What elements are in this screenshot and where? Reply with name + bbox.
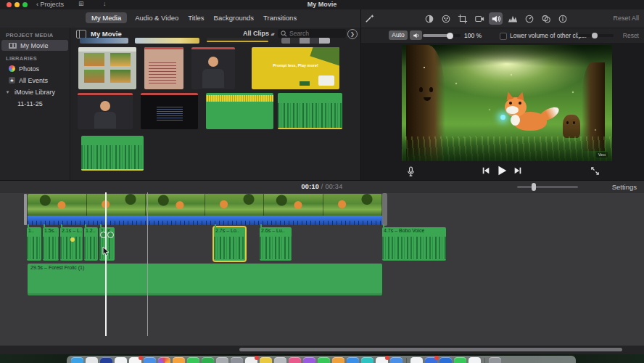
dock-icon-app[interactable] xyxy=(390,357,402,363)
media-thumbnail-talking-head[interactable] xyxy=(78,93,133,129)
timeline-zoom-knob[interactable] xyxy=(532,183,536,191)
media-thumbnail-audio-clip[interactable] xyxy=(206,93,273,129)
media-thumbnail-audio-clip[interactable] xyxy=(278,93,342,129)
dock-icon-app[interactable] xyxy=(187,357,199,363)
playhead[interactable] xyxy=(105,192,107,336)
fade-handle[interactable] xyxy=(107,232,114,238)
media-thumbnail[interactable] xyxy=(80,38,128,44)
tab-titles[interactable]: Titles xyxy=(186,12,205,23)
color-correction-icon[interactable] xyxy=(439,12,453,25)
audio-clip[interactable]: 2.6s – Lu.. xyxy=(260,227,292,261)
horizontal-scrollbar[interactable] xyxy=(239,348,622,351)
dock-icon-finder[interactable] xyxy=(71,357,83,363)
dock-icon-app[interactable] xyxy=(274,357,286,363)
stabilization-icon[interactable] xyxy=(472,12,486,25)
video-frame[interactable] xyxy=(323,194,383,216)
speed-icon[interactable] xyxy=(522,12,536,25)
minimize-window-button[interactable] xyxy=(15,2,20,7)
tab-audio-video[interactable]: Audio & Video xyxy=(133,12,180,23)
timeline[interactable]: 29.5s – Forest Frolic (1) 1..1.5s..2.1s … xyxy=(0,193,644,346)
dock-icon-app[interactable] xyxy=(318,357,330,363)
reset-button[interactable]: Reset xyxy=(623,32,639,39)
media-thumbnail[interactable] xyxy=(281,38,330,44)
mute-button[interactable] xyxy=(410,30,422,40)
dock-icon-app[interactable] xyxy=(332,357,344,363)
info-icon[interactable] xyxy=(556,12,569,25)
tab-backgrounds[interactable]: Backgrounds xyxy=(212,12,255,23)
ducking-slider[interactable] xyxy=(577,34,614,37)
crop-icon[interactable] xyxy=(455,12,469,25)
dock-icon-app[interactable] xyxy=(425,357,437,363)
microphone-icon[interactable] xyxy=(406,166,416,177)
sidebar-item-event-date[interactable]: 11-11-25 xyxy=(1,98,68,109)
media-thumbnail-document[interactable] xyxy=(144,47,183,89)
auto-volume-button[interactable]: Auto xyxy=(389,30,408,40)
search-input[interactable] xyxy=(278,29,346,38)
video-frame[interactable] xyxy=(28,194,87,216)
audio-clip[interactable]: 1.. xyxy=(27,227,41,261)
dock-icon-app[interactable] xyxy=(361,357,373,363)
disclosure-chevron-icon[interactable]: ▾ xyxy=(4,89,11,95)
dock-icon-app[interactable] xyxy=(260,357,272,363)
audio-clip[interactable]: 1.5s.. xyxy=(43,227,59,261)
import-media-icon[interactable]: ⊞ xyxy=(78,0,84,7)
dock-icon-app[interactable] xyxy=(173,357,185,363)
dock-icon-app[interactable] xyxy=(347,357,359,363)
media-thumbnail-terminal[interactable] xyxy=(141,93,198,129)
media-thumbnail[interactable] xyxy=(135,38,199,44)
sidebar-item-my-movie[interactable]: My Movie xyxy=(1,40,68,51)
video-frame[interactable] xyxy=(146,194,205,216)
trim-handle-left[interactable] xyxy=(24,194,27,225)
color-balance-icon[interactable] xyxy=(422,12,436,25)
zoom-window-button[interactable] xyxy=(22,2,28,7)
sidebar-item-photos[interactable]: Photos xyxy=(1,63,68,74)
enhance-wand-icon[interactable] xyxy=(364,13,375,24)
all-clips-dropdown[interactable]: All Clips ▴▾ xyxy=(243,30,274,37)
media-thumbnail-promo[interactable]: Prompt less, Play more! xyxy=(252,47,339,89)
audio-clip[interactable]: 2.7s – Lo.. xyxy=(214,227,245,261)
dock-icon-app[interactable] xyxy=(86,357,98,363)
volume-keyframe[interactable] xyxy=(70,237,75,242)
trim-handle-right[interactable] xyxy=(382,193,387,226)
close-window-button[interactable] xyxy=(7,2,12,7)
video-audio-waveform[interactable] xyxy=(28,216,382,225)
dock-icon-app[interactable] xyxy=(376,357,388,363)
video-filmstrip[interactable] xyxy=(28,194,382,216)
audio-clip[interactable]: 1.2.. xyxy=(84,227,98,261)
noise-reduction-icon[interactable] xyxy=(505,12,519,25)
fullscreen-icon[interactable] xyxy=(590,166,600,176)
settings-button[interactable]: Settings xyxy=(612,183,637,191)
volume-slider[interactable] xyxy=(423,34,461,37)
reset-all-button[interactable]: Reset All xyxy=(613,15,639,22)
media-thumbnail-audio-clip[interactable] xyxy=(81,136,144,171)
media-thumbnail-talking-head[interactable] xyxy=(191,47,235,89)
music-clip[interactable]: 29.5s – Forest Frolic (1) xyxy=(28,264,382,295)
dock-icon-app[interactable] xyxy=(245,357,257,363)
dock-icon-app[interactable] xyxy=(231,357,243,363)
download-arrow-icon[interactable]: ↓ xyxy=(103,0,107,7)
video-frame[interactable] xyxy=(87,194,146,216)
dock-icon-app[interactable] xyxy=(454,357,466,363)
tab-my-media[interactable]: My Media xyxy=(86,12,127,23)
dock-icon-app[interactable] xyxy=(303,357,315,363)
dock-icon-app[interactable] xyxy=(410,357,423,363)
dock-icon-app[interactable] xyxy=(439,357,452,363)
preview-video[interactable]: Veo xyxy=(402,45,612,161)
audio-clip[interactable]: 2.1s – L.. xyxy=(60,227,83,261)
dock-icon-app[interactable] xyxy=(216,357,228,363)
tab-transitions[interactable]: Transitions xyxy=(262,12,298,23)
video-frame[interactable] xyxy=(264,194,323,216)
dock-icon-app[interactable] xyxy=(144,357,156,363)
dock-icon-app[interactable] xyxy=(100,357,112,363)
sidebar-item-imovie-library[interactable]: ▾ iMovie Library xyxy=(1,86,68,97)
media-thumbnail[interactable] xyxy=(207,38,268,44)
dock-icon-app[interactable] xyxy=(115,357,127,363)
timeline-zoom-slider[interactable] xyxy=(517,186,578,188)
clip-appearance-icon[interactable]: ❯ xyxy=(347,29,358,39)
dock-icon-photos[interactable] xyxy=(158,357,170,363)
dock-icon-trash[interactable] xyxy=(489,357,501,363)
media-thumbnail-screen-recording[interactable] xyxy=(78,47,136,89)
audio-clip[interactable]: 4.7s – Bobo Voice xyxy=(382,227,446,261)
volume-icon[interactable] xyxy=(489,12,503,25)
lower-volume-checkbox[interactable] xyxy=(500,33,507,40)
